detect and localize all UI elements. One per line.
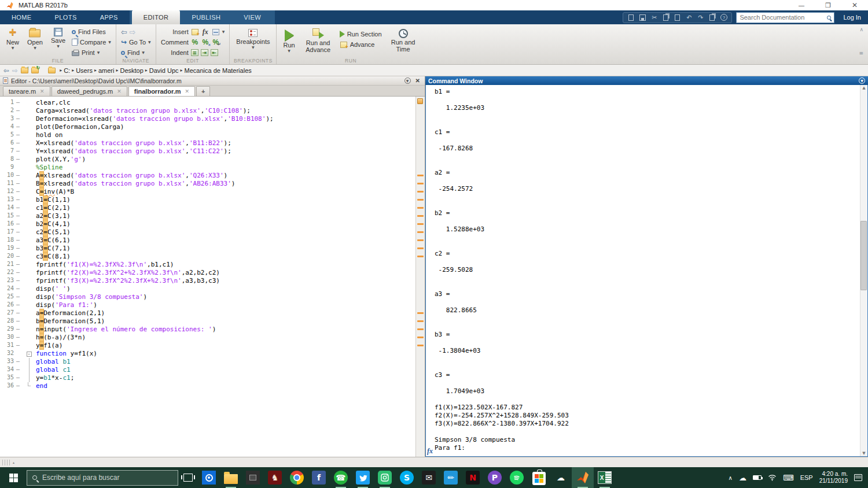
print-button[interactable]: Print▼ [72,48,111,57]
code-line[interactable]: function y=f1(x) [32,350,425,358]
ribbon-options-icon[interactable]: ≡ [859,50,863,56]
line-number[interactable]: 3– [0,115,25,123]
code-line[interactable]: Y=xlsread('datos traccion grupo b.xlsx',… [32,147,425,156]
line-number[interactable]: 14– [0,204,25,212]
code-line[interactable]: b3=C(7,1) [32,245,425,253]
warning-tick[interactable] [417,183,424,184]
fold-marker[interactable] [25,366,32,374]
file-explorer-icon[interactable] [220,467,242,488]
code-line[interactable]: y=f1(a) [32,342,425,350]
insert-text-icon[interactable] [191,28,199,36]
fold-marker[interactable] [25,358,32,366]
tab-close-icon[interactable]: ✕ [117,88,122,94]
line-number[interactable]: 1– [0,99,25,107]
file-tab[interactable]: finalborrador.m✕ [128,86,195,96]
line-number[interactable]: 17– [0,228,25,236]
fold-marker[interactable] [25,382,32,390]
undo-icon[interactable]: ↶ [685,14,693,21]
podcast-app-icon[interactable]: P [484,467,506,488]
excel-icon[interactable]: X [594,467,616,488]
breadcrumb-item[interactable]: C: [63,67,71,74]
line-number[interactable]: 26– [0,301,25,309]
run-and-time-button[interactable]: Run and Time [387,26,420,53]
comment-icon[interactable]: % [191,38,199,46]
indent-right-icon[interactable]: ⇥ [201,49,208,56]
warning-tick[interactable] [417,223,424,225]
command-window-body[interactable]: b1 = 1.2235e+03 c1 = -167.8268 a2 = -254… [425,85,868,457]
tab-close-icon[interactable]: ✕ [40,88,45,94]
line-number[interactable]: 2– [0,107,25,115]
line-number[interactable]: 20– [0,253,25,261]
line-number[interactable]: 11– [0,180,25,188]
line-number[interactable]: 32 [0,350,25,358]
code-line[interactable]: a3=C(6,1) [32,236,425,245]
microsoft-store-icon[interactable] [528,467,550,488]
battery-icon[interactable] [753,475,762,480]
action-center-icon[interactable] [854,474,862,481]
code-line[interactable]: plot(Deformacion,Carga) [32,123,425,131]
line-number[interactable]: 24– [0,285,25,293]
code-line[interactable]: fprintf('f3(X)=%2.3fX^2%2.3fX+%2.3f\n',a… [32,277,425,285]
tab-apps[interactable]: APPS [89,10,130,24]
find-files-button[interactable]: Find Files [72,27,111,36]
code-line[interactable]: hold on [32,131,425,139]
new-button[interactable]: + New ▼ [5,26,21,50]
goto-button[interactable]: ↪Go To▼ [121,38,151,47]
code-line[interactable]: Deformacion=xlsread('datos traccion grup… [32,115,425,123]
resize-grip[interactable] [2,460,10,465]
paint-app-icon[interactable]: ✏ [440,467,462,488]
line-number[interactable]: 25– [0,293,25,301]
insert-section-icon[interactable] [212,28,220,36]
line-number[interactable]: 35– [0,374,25,382]
code-line[interactable]: c1=C(2,1) [32,204,425,212]
code-line[interactable]: disp('Simpson 3/8 compuesta') [32,293,425,301]
line-number[interactable]: 33– [0,358,25,366]
line-number[interactable]: 7– [0,147,25,156]
editor-close-icon[interactable]: ✕ [414,77,422,84]
fold-marker[interactable] [25,374,32,382]
warning-tick[interactable] [417,231,424,233]
run-and-advance-button[interactable]: Run and Advance [301,26,335,54]
new-script-icon[interactable] [627,14,635,21]
line-number[interactable]: 31– [0,342,25,350]
switch-window-icon[interactable] [708,14,716,21]
code-line[interactable]: y=b1*x-c1; [32,374,425,382]
code-line[interactable]: plot(X,Y,'g') [32,156,425,164]
open-button[interactable]: Open ▼ [25,26,45,50]
indent-left-icon[interactable]: ⇤ [211,49,218,56]
line-number[interactable]: 5– [0,131,25,139]
warning-tick[interactable] [417,207,424,209]
command-window-menu-icon[interactable]: ▼ [859,77,865,84]
save-button[interactable]: Save ▼ [49,26,67,49]
tab-home[interactable]: HOME [0,10,43,24]
spotify-icon[interactable] [506,467,528,488]
scroll-up-icon[interactable]: ▲ [862,86,865,90]
warning-tick[interactable] [417,256,424,257]
line-number[interactable]: 19– [0,245,25,253]
hidden-icons-chevron[interactable]: ∧ [729,475,733,481]
code-analyzer-strip[interactable] [415,97,425,457]
code-line[interactable]: end [32,382,425,390]
advance-button[interactable]: Advance [340,40,382,49]
line-number[interactable]: 8– [0,156,25,164]
skype-icon[interactable]: S [396,467,418,488]
nav-back-icon[interactable]: ⇦ [3,66,9,75]
minimize-button[interactable]: — [788,0,815,10]
login-link[interactable]: Log In [838,14,866,21]
tab-editor[interactable]: EDITOR [132,10,181,24]
compare-button[interactable]: Compare▼ [72,38,111,47]
line-number[interactable]: 12– [0,188,25,196]
code-line[interactable]: global b1 [32,358,425,366]
code-line[interactable]: fprintf('f2(X)=%2.3fX^2+%2.3fX%2.3f\n',a… [32,269,425,277]
code-line[interactable]: %Spline [32,164,425,172]
code-editor[interactable]: clear,clcCarga=xlsread('datos traccion g… [32,97,425,457]
folder-up-icon[interactable] [21,68,28,73]
line-number[interactable]: 10– [0,172,25,180]
save-icon[interactable] [639,14,646,21]
uncomment-icon[interactable]: %× [201,38,209,46]
documentation-search-input[interactable] [740,14,827,21]
breadcrumb-item[interactable]: ameri [98,67,115,74]
code-area[interactable]: 1–2–3–4–5–6–7–8–910–11–12–13–14–15–16–17… [0,96,425,457]
smart-indent-icon[interactable]: ≡ [191,49,198,56]
line-number[interactable]: 16– [0,220,25,228]
